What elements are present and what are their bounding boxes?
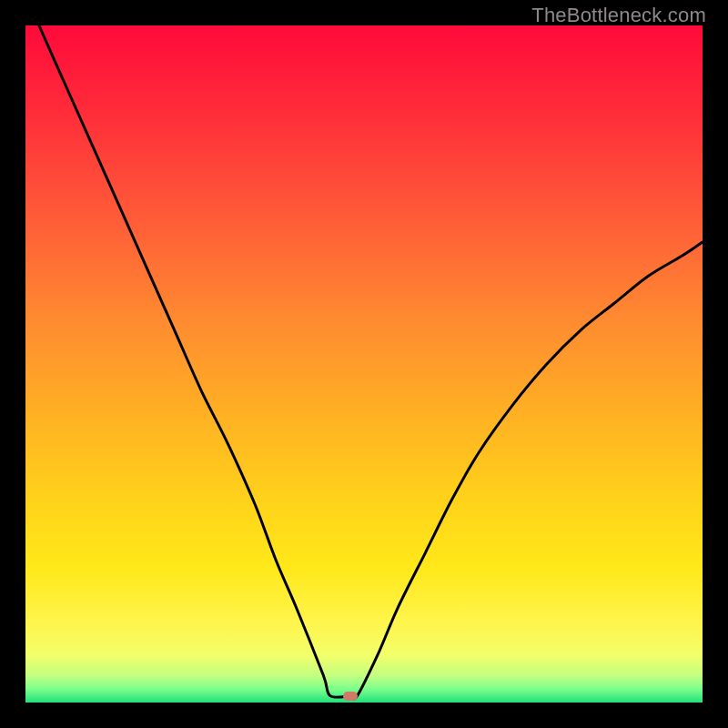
curve-right-branch: [350, 242, 703, 699]
watermark-text: TheBottleneck.com: [531, 4, 706, 27]
plot-area: [25, 25, 703, 703]
bottleneck-curve: [25, 25, 703, 703]
curve-left-branch: [39, 25, 350, 697]
chart-frame: TheBottleneck.com: [0, 0, 728, 728]
optimal-point-marker: [343, 692, 358, 701]
